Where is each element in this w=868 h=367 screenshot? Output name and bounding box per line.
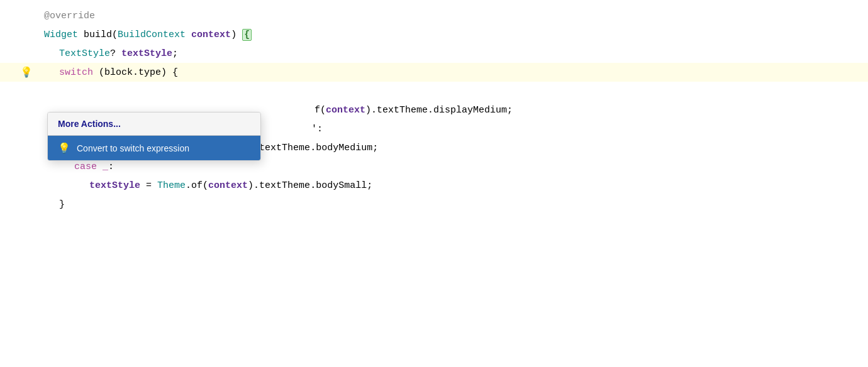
code-token: }	[59, 199, 65, 210]
code-token: context	[191, 30, 231, 40]
code-token: {	[242, 29, 252, 41]
code-token: displayMedium;	[433, 105, 513, 116]
code-token	[97, 162, 103, 172]
code-token: Widget	[44, 30, 78, 40]
code-token: :	[108, 162, 114, 172]
code-token: ':	[311, 124, 323, 134]
code-token: .	[186, 180, 191, 191]
code-token: context	[326, 105, 365, 116]
code-content: case _ :	[38, 162, 114, 172]
code-token: ) {	[161, 67, 178, 78]
code-token: =	[140, 180, 157, 191]
code-token: @override	[44, 11, 95, 21]
more-actions-menu-item[interactable]: More Actions...	[48, 112, 260, 135]
code-token: bodySmall;	[316, 180, 372, 191]
code-content: switch ( block . type ) {	[38, 67, 178, 78]
bulb-icon: 💡	[58, 142, 70, 154]
code-token	[186, 30, 191, 40]
code-token: .	[133, 67, 138, 78]
code-content: TextStyle ? textStyle ;	[38, 48, 178, 59]
line-gutter: 💡	[13, 66, 38, 79]
code-token: ).textTheme.	[248, 180, 316, 191]
code-editor: @override Widget build ( BuildContext co…	[0, 0, 868, 367]
code-content: }	[38, 199, 65, 210]
code-content: @override	[38, 11, 95, 21]
code-token: ?	[110, 48, 121, 59]
code-token: BuildContext	[118, 30, 186, 40]
code-token: TextStyle	[59, 48, 110, 59]
code-token: ;	[172, 48, 178, 59]
context-menu: More Actions... 💡 Convert to switch expr…	[47, 112, 261, 161]
more-actions-label: More Actions...	[58, 119, 121, 129]
code-token: textStyle	[121, 48, 172, 59]
convert-label: Convert to switch expression	[77, 143, 189, 153]
code-token: context	[208, 180, 248, 191]
code-token: ).textTheme.	[365, 105, 433, 116]
code-line: @override	[0, 6, 868, 25]
code-token: type	[138, 67, 161, 78]
code-token: bodyMedium;	[316, 143, 378, 153]
code-token	[78, 30, 84, 40]
bulb-icon[interactable]: 💡	[20, 66, 33, 79]
code-token: )	[231, 30, 242, 40]
code-token-switch: switch	[59, 67, 93, 78]
code-line-switch: 💡 switch ( block . type ) {	[0, 63, 868, 82]
code-line	[0, 82, 868, 101]
code-content: Widget build ( BuildContext context ) {	[38, 29, 252, 41]
code-line: Widget build ( BuildContext context ) {	[0, 25, 868, 44]
code-token: block	[104, 67, 133, 78]
code-token: (	[112, 30, 118, 40]
code-token: Theme	[157, 180, 186, 191]
code-line: TextStyle ? textStyle ;	[0, 44, 868, 63]
code-area: @override Widget build ( BuildContext co…	[0, 0, 868, 220]
convert-to-switch-expression-menu-item[interactable]: 💡 Convert to switch expression	[48, 136, 260, 160]
code-content: textStyle = Theme . of ( context ).textT…	[38, 180, 372, 191]
code-line: textStyle = Theme . of ( context ).textT…	[0, 176, 868, 195]
code-token: build	[84, 30, 112, 40]
code-token: case	[74, 162, 97, 172]
code-token: of	[191, 180, 203, 191]
code-token: f(	[314, 105, 326, 116]
code-token: _	[103, 162, 108, 172]
code-token: (	[203, 180, 208, 191]
code-token: textStyle	[89, 180, 140, 191]
code-line: }	[0, 195, 868, 214]
code-token: (	[93, 67, 104, 78]
